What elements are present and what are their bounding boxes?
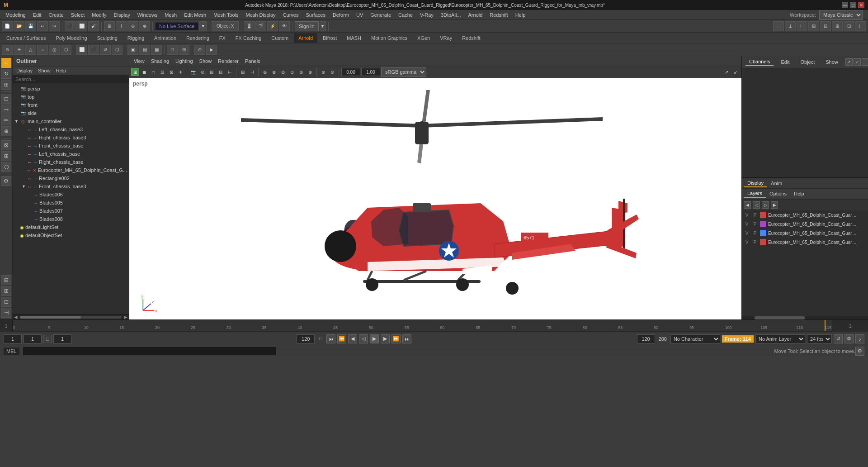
menu-mesh[interactable]: Mesh [161,11,180,19]
sec-btn11[interactable]: ▣ [127,45,138,55]
bounding-box-btn[interactable]: ⊡ [158,68,166,76]
vp-extra1[interactable]: ⊕ [261,68,269,76]
frame-current-input[interactable] [24,334,42,343]
menu-3dto[interactable]: 3DtoAll... [437,11,465,19]
gate-btn[interactable]: ⊢ [226,68,234,76]
tab-animation[interactable]: Animation [150,33,181,43]
panel-layout-btn[interactable]: ⊞ [208,68,216,76]
scroll-left-btn[interactable]: ◀ [13,315,19,319]
tree-item-right-chassis-base3[interactable]: ↔ → Right_chassis_base3 [13,133,129,142]
layer-item-3[interactable]: V P Eurocopter_MH_65_Dolphin_Coast_Guard… [742,229,868,238]
show-tab[interactable]: Show [822,58,842,66]
scroll-right-btn[interactable]: ▶ [123,315,129,319]
layer-item-4[interactable]: V P Eurocopter_MH_65_Dolphin_Coast_Guard… [742,238,868,247]
snap-surface-btn[interactable]: ⊗ [139,21,150,31]
menu-uv[interactable]: UV [353,11,367,19]
rotate-tool-btn[interactable]: ↻ [1,69,11,79]
prev-frame-btn[interactable]: ⏪ [337,334,346,343]
render-btn[interactable]: 🎬 [255,21,266,31]
frame-start-input[interactable] [4,334,22,343]
menu-mesh-display[interactable]: Mesh Display [242,11,279,19]
menu-help[interactable]: Help [512,11,529,19]
layers-tab[interactable]: Layers [744,190,766,198]
minimize-button[interactable]: — [842,2,848,8]
extra-btn1[interactable]: ⊟ [820,21,831,31]
tab-fx-caching[interactable]: FX Caching [231,33,266,43]
sec-btn8[interactable]: ⬛ [88,45,99,55]
attr-editor-btn[interactable]: ⊡ [1,297,11,307]
sec-btn10[interactable]: ⬡ [112,45,123,55]
viewport-panels-menu[interactable]: Panels [242,57,263,65]
sec-btn7[interactable]: ⬜ [76,45,87,55]
viewport-show-menu[interactable]: Show [197,57,215,65]
scale-tool-btn[interactable]: ⊞ [1,80,11,90]
menu-cache[interactable]: Cache [395,11,416,19]
tree-item-eurocopter-main[interactable]: ↔ ✕ Eurocopter_MH_65_Dolphin_Coast_G... [13,166,129,174]
input-line-btn[interactable]: ⊟ [1,275,11,285]
grid-toggle-btn[interactable]: ⊞ [808,21,819,31]
help-tab[interactable]: Help [790,190,808,197]
vp-extra3[interactable]: ⊘ [279,68,287,76]
tree-item-top[interactable]: 📷 top [13,93,129,101]
align-center-btn[interactable]: ⊥ [785,21,796,31]
menu-windows[interactable]: Windows [134,11,161,19]
tree-item-front-chassis-base[interactable]: ↔ → Front_chassis_base [13,142,129,150]
vp-extra7[interactable]: ⊜ [319,68,327,76]
panel-expand2-btn[interactable]: ↙ [731,68,740,76]
viewport-renderer-menu[interactable]: Renderer [215,57,241,65]
menu-vray[interactable]: V-Ray [416,11,437,19]
tree-item-blades006[interactable]: → Blades006 [13,191,129,199]
paint-tool-btn[interactable]: ✏ [1,115,11,125]
select-tool-btn[interactable]: ⬛ [65,21,75,31]
fps-select[interactable]: 24 fps [807,334,832,343]
camera-toggle-btn[interactable]: 📷 [189,68,198,76]
tree-item-right-chassis-base[interactable]: ↔ → Right_chassis_base [13,158,129,166]
tab-custom[interactable]: Custom [267,33,293,43]
loop-btn[interactable]: ↺ [834,334,843,343]
sec-btn4[interactable]: ○ [37,45,48,55]
ipr-btn[interactable]: ⚡ [267,21,278,31]
panel-collapse-icon[interactable]: ↙ [854,58,861,66]
channels-tab[interactable]: Channels [745,58,774,66]
isolate-btn[interactable]: ⊙ [198,68,207,76]
light-btn[interactable]: ☀ [176,68,184,76]
flat-shade-btn[interactable]: ◻ [149,68,157,76]
tree-item-front-chassis-base3[interactable]: ▼ ↔ → Front_chassis_base3 [13,182,129,191]
tab-motion-graphics[interactable]: Motion Graphics [367,33,412,43]
menu-edit[interactable]: Edit [29,11,45,19]
sec-btn1[interactable]: ⊙ [2,45,13,55]
status-btn1[interactable]: ⚙ [855,347,864,356]
prev-key-btn[interactable]: ◀ [348,334,357,343]
paint-btn[interactable]: 🖌 [88,21,99,31]
align-left-btn[interactable]: ⊣ [773,21,784,31]
tab-fx[interactable]: FX [215,33,230,43]
sign-in-dropdown[interactable]: ▼ [320,21,326,31]
go-start-btn[interactable]: ⏮ [326,334,335,343]
exposure-max-input[interactable] [361,68,380,76]
close-button[interactable]: ✕ [858,2,864,8]
prev-btn[interactable]: ◀ [744,201,751,209]
sec-btn2[interactable]: ☀ [14,45,24,55]
anim-tab[interactable]: Anim [767,180,786,187]
soft-select-btn[interactable]: ⊕ [1,126,11,136]
options-tab[interactable]: Options [766,190,790,197]
extra-btn3[interactable]: ⊡ [844,21,854,31]
outliner-help-menu[interactable]: Help [54,67,68,74]
viewport-view-menu[interactable]: View [131,57,147,65]
tab-bifrost[interactable]: Bifrost [318,33,341,43]
total-frame-input[interactable] [637,334,655,343]
timeline-ruler[interactable]: · 0 5 10 15 20 25 30 35 40 45 50 55 60 6… [13,320,832,331]
snap-curve-btn[interactable]: ⌇ [116,21,127,31]
sec-btn12[interactable]: ▤ [139,45,150,55]
grid-vp-btn[interactable]: ⊞ [239,68,247,76]
tree-item-side[interactable]: 📷 side [13,109,129,117]
frame-end-icon[interactable]: □ [316,335,325,343]
tab-sculpting[interactable]: Sculpting [93,33,122,43]
select-tool-btn[interactable]: ◻ [1,94,11,104]
save-btn[interactable]: 💾 [25,21,36,31]
forward-btn[interactable]: ▷ [762,201,769,209]
sec-btn14[interactable]: □ [167,45,178,55]
resolution-btn[interactable]: ⊟ [217,68,225,76]
panel-menu-icon[interactable]: ⋮ [862,58,868,66]
frame-box-icon[interactable]: □ [43,335,52,343]
